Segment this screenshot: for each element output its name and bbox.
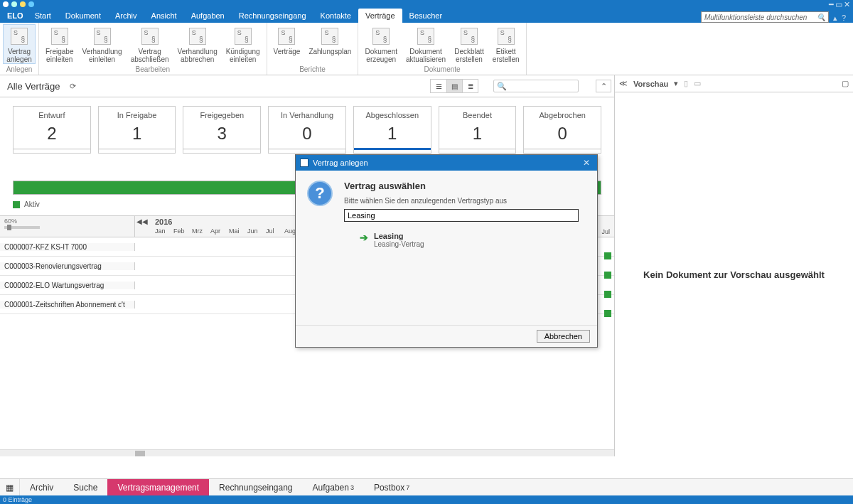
preview-title: Vorschau: [633, 80, 668, 88]
close-icon[interactable]: ✕: [580, 158, 593, 168]
page-title: Alle Verträge: [7, 81, 60, 92]
ribbon-btn-freigabe-einleiten[interactable]: Freigabeeinleiten: [42, 24, 77, 64]
tile-abgebrochen[interactable]: Abgebrochen0: [523, 106, 601, 154]
bottom-tab-suche[interactable]: Suche: [63, 479, 107, 495]
document-icon: [461, 28, 478, 45]
dialog-body: ? Vertrag auswählen Bitte wählen Sie den…: [296, 171, 597, 325]
ribbon-btn-label: Deckblatt: [454, 48, 484, 55]
menu-tab-dokument[interactable]: Dokument: [58, 9, 108, 23]
chevron-down-icon[interactable]: ▾: [674, 79, 678, 88]
tile-freigegeben[interactable]: Freigegeben3: [183, 106, 261, 154]
menu-tab-vertraege[interactable]: Verträge: [358, 9, 402, 23]
preview-panel: ≪ Vorschau ▾ ▯ ▭ ▢ Kein Dokument zur Vor…: [615, 75, 853, 456]
menu-tab-aufgaben[interactable]: Aufgaben: [184, 9, 232, 23]
image-icon[interactable]: ▭: [694, 79, 701, 88]
ribbon-btn-label: Zahlungsplan: [309, 48, 351, 55]
app-grid-icon[interactable]: ▦: [0, 479, 20, 495]
ribbon-btn-deckblatt-erstellen[interactable]: Deckblatterstellen: [451, 24, 488, 64]
tile-beendet[interactable]: Beendet1: [439, 106, 517, 154]
collapse-panel-icon[interactable]: ⌃: [596, 80, 611, 92]
bottom-tab-archiv[interactable]: Archiv: [20, 479, 63, 495]
gantt-row-label: C000007-KFZ KS-IT 7000: [0, 243, 135, 251]
tile-abgeschlossen[interactable]: Abgeschlossen1: [353, 106, 431, 154]
ribbon-btn-label: abschließen: [131, 55, 169, 63]
bottom-tab-postbox[interactable]: Postbox7: [364, 479, 419, 495]
ribbon-btn-verhandlung-abbrechen[interactable]: Verhandlungabbrechen: [174, 24, 221, 64]
bottom-tab-label: Vertragsmanagement: [117, 483, 199, 493]
view-list-icon[interactable]: ☰: [431, 80, 446, 92]
bottom-tab-aufgaben[interactable]: Aufgaben3: [303, 479, 364, 495]
gantt-row-label: C000003-Renovierungsvertrag: [0, 262, 135, 270]
tile-in-freigabe[interactable]: In Freigabe1: [98, 106, 176, 154]
ribbon-btn-label: Freigabe: [45, 48, 73, 55]
menubar: ELO Start Dokument Archiv Ansicht Aufgab…: [0, 9, 853, 23]
gantt-month: Jan: [155, 227, 173, 235]
gantt-bar: [604, 291, 611, 298]
tile-entwurf[interactable]: Entwurf2: [13, 106, 91, 154]
tile-label: In Freigabe: [99, 111, 176, 119]
bottom-tabbar: ▦ Archiv Suche Vertragsmanagement Rechnu…: [0, 478, 853, 495]
page-icon[interactable]: ▯: [684, 79, 688, 88]
menu-tab-kontakte[interactable]: Kontakte: [313, 9, 358, 23]
bottom-tab-rechnungseingang[interactable]: Rechnungseingang: [209, 479, 302, 495]
maximize-icon[interactable]: ▢: [842, 79, 849, 88]
chevron-left-icon[interactable]: ≪: [619, 79, 628, 88]
gantt-nav-prev-icon[interactable]: ◀◀: [136, 218, 148, 225]
dialog-vertrag-anlegen: Vertrag anlegen ✕ ? Vertrag auswählen Bi…: [295, 154, 598, 348]
view-tiles-icon[interactable]: ▤: [446, 80, 462, 92]
ribbon-group-bearbeiten: Freigabeeinleiten Verhandlungeinleiten V…: [39, 23, 267, 75]
ribbon-btn-zahlungsplan[interactable]: Zahlungsplan: [305, 24, 355, 64]
ribbon-group-dokumente: Dokumenterzeugen Dokumentaktualisieren D…: [358, 23, 526, 75]
ribbon-search-placeholder: Multifunktionsleiste durchsuchen: [704, 14, 808, 21]
document-icon: [498, 28, 515, 45]
menu-tab-besucher[interactable]: Besucher: [402, 9, 449, 23]
ribbon-btn-label: Kündigung: [226, 48, 260, 55]
minimize-icon[interactable]: ━: [829, 0, 834, 9]
nav-forward-icon[interactable]: [11, 1, 17, 7]
content-search-input[interactable]: 🔍: [493, 80, 579, 92]
cancel-button[interactable]: Abbrechen: [537, 330, 590, 343]
ribbon-btn-verhandlung-einleiten[interactable]: Verhandlungeinleiten: [78, 24, 125, 64]
horizontal-scrollbar[interactable]: [0, 449, 614, 456]
tile-value: 1: [99, 124, 176, 144]
menu-tab-rechnungseingang[interactable]: Rechnungseingang: [232, 9, 313, 23]
scrollbar-thumb[interactable]: [135, 451, 145, 456]
ribbon-btn-label: Vertrag: [8, 48, 31, 55]
menu-tab-ansicht[interactable]: Ansicht: [144, 9, 184, 23]
preview-body: Kein Dokument zur Vorschau ausgewählt: [615, 92, 853, 456]
ribbon-group-label: Berichte: [270, 64, 355, 75]
ribbon-btn-label: erzeugen: [366, 55, 396, 63]
bottom-tab-vertragsmanagement[interactable]: Vertragsmanagement: [107, 479, 209, 495]
tile-value: 2: [14, 124, 90, 144]
maximize-icon[interactable]: ▭: [835, 0, 842, 9]
ribbon-group-berichte: Verträge Zahlungsplan Berichte: [267, 23, 359, 75]
dialog-heading: Vertrag auswählen: [344, 181, 586, 191]
ribbon-btn-vertrag-abschliessen[interactable]: Vertragabschließen: [127, 24, 173, 64]
ribbon-btn-dokument-aktualisieren[interactable]: Dokumentaktualisieren: [402, 24, 449, 64]
dialog-titlebar[interactable]: Vertrag anlegen ✕: [296, 155, 597, 171]
ribbon-search-input[interactable]: Multifunktionsleiste durchsuchen 🔍: [701, 11, 829, 23]
tile-label: Abgebrochen: [524, 111, 601, 119]
nav-back-icon[interactable]: [3, 1, 9, 7]
ribbon-btn-vertraege-bericht[interactable]: Verträge: [270, 24, 304, 64]
ribbon-btn-etikett-erstellen[interactable]: Etiketterstellen: [489, 24, 523, 64]
ribbon-btn-kuendigung-einleiten[interactable]: Kündigungeinleiten: [222, 24, 264, 64]
collapse-ribbon-icon[interactable]: ▴: [833, 14, 837, 23]
ribbon-btn-label: erstellen: [493, 55, 520, 63]
ribbon-btn-label: abbrechen: [181, 55, 214, 63]
document-icon: [372, 28, 390, 45]
close-icon[interactable]: ✕: [844, 0, 850, 9]
document-icon: [51, 28, 68, 45]
menu-tab-archiv[interactable]: Archiv: [108, 9, 144, 23]
zoom-slider[interactable]: [4, 226, 40, 229]
result-subtitle: Leasing-Vertrag: [374, 240, 424, 248]
ribbon-btn-vertrag-anlegen[interactable]: Vertrag anlegen: [3, 24, 36, 64]
refresh-icon[interactable]: ⟳: [70, 82, 76, 91]
menu-tab-start[interactable]: Start: [28, 9, 58, 23]
tile-in-verhandlung[interactable]: In Verhandlung0: [268, 106, 346, 154]
search-result[interactable]: ➔ Leasing Leasing-Vertrag: [360, 232, 586, 248]
view-compact-icon[interactable]: ≣: [462, 80, 478, 92]
contract-type-input[interactable]: [344, 209, 579, 222]
ribbon-btn-dokument-erzeugen[interactable]: Dokumenterzeugen: [361, 24, 401, 64]
help-icon[interactable]: ?: [842, 14, 846, 23]
